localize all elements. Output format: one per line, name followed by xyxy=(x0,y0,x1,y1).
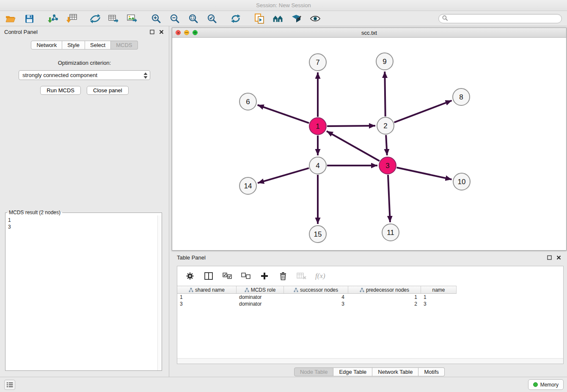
table-tabs: Node Table Edge Table Network Table Moti… xyxy=(172,367,567,376)
zoom-in-icon[interactable] xyxy=(151,13,162,24)
graph-node-label-7: 7 xyxy=(316,58,319,66)
control-panel-header: Control Panel xyxy=(0,26,169,37)
tab-style[interactable]: Style xyxy=(62,41,85,50)
graph-node-label-15: 15 xyxy=(314,230,322,238)
tab-network[interactable]: Network xyxy=(31,41,62,50)
memory-button[interactable]: Memory xyxy=(528,379,564,390)
mcds-result-list[interactable]: 1 3 xyxy=(6,215,157,370)
tab-network-table[interactable]: Network Table xyxy=(372,367,418,376)
clone-network-icon[interactable] xyxy=(254,13,265,24)
graph-node-label-3: 3 xyxy=(385,162,389,170)
export-network-icon[interactable] xyxy=(90,13,101,24)
network-canvas-svg: 1234678910111415 xyxy=(172,38,566,251)
zoom-selected-icon[interactable] xyxy=(206,13,217,24)
select-stepper-icon xyxy=(143,72,148,80)
open-session-icon[interactable] xyxy=(5,13,16,24)
window-titlebar: Session: New Session xyxy=(0,0,567,11)
delete-column-icon[interactable] xyxy=(278,271,288,281)
show-graphics-details-icon[interactable] xyxy=(310,13,321,24)
add-column-icon[interactable] xyxy=(259,271,270,281)
column-header-shared-name[interactable]: shared name xyxy=(177,286,237,293)
graph-edge-2-8[interactable] xyxy=(394,101,452,123)
apply-layout-icon[interactable] xyxy=(230,13,241,24)
window-title: Session: New Session xyxy=(256,2,311,8)
criterion-select[interactable]: strongly connected component xyxy=(19,70,150,80)
zoom-window-button[interactable] xyxy=(193,30,198,35)
graph-edge-1-2[interactable] xyxy=(327,126,375,126)
tab-mcds[interactable]: MCDS xyxy=(111,41,138,50)
import-network-icon[interactable] xyxy=(47,13,58,24)
tab-node-table[interactable]: Node Table xyxy=(294,367,334,376)
graph-node-label-2: 2 xyxy=(383,122,387,130)
graph-node-label-4: 4 xyxy=(316,162,319,170)
graph-node-label-11: 11 xyxy=(387,229,394,237)
close-panel-icon[interactable] xyxy=(158,28,165,35)
column-header-name[interactable]: name xyxy=(421,286,457,293)
zoom-group xyxy=(151,13,217,24)
tab-select[interactable]: Select xyxy=(85,41,111,50)
table-row[interactable]: 1 dominator 4 1 1 xyxy=(177,294,457,301)
mcds-result-box: MCDS result (2 nodes) 1 3 xyxy=(5,210,162,371)
tab-edge-table[interactable]: Edge Table xyxy=(333,367,372,376)
memory-label: Memory xyxy=(540,382,559,388)
column-header-predecessor-nodes[interactable]: predecessor nodes xyxy=(348,286,421,293)
graph-node-label-14: 14 xyxy=(244,182,252,190)
table-panel: Table Panel xyxy=(172,252,567,377)
graph-edge-3-11[interactable] xyxy=(388,175,390,222)
close-table-panel-icon[interactable] xyxy=(555,254,562,261)
graph-edge-2-9[interactable] xyxy=(385,72,385,116)
graph-edge-1-6[interactable] xyxy=(258,105,309,123)
import-group xyxy=(47,13,77,24)
mcds-result-line: 3 xyxy=(8,224,155,230)
network-canvas[interactable]: 1234678910111415 xyxy=(172,38,566,250)
search-input[interactable] xyxy=(450,16,558,22)
graph-node-label-9: 9 xyxy=(383,58,386,66)
table-horizontal-scrollbar[interactable] xyxy=(177,358,563,364)
control-panel-tabs: Network Style Select MCDS xyxy=(0,41,169,50)
tab-motifs[interactable]: Motifs xyxy=(418,367,445,376)
mcds-buttons-row: Run MCDS Close panel xyxy=(0,86,169,95)
import-table-icon[interactable] xyxy=(66,13,77,24)
table-row[interactable]: 3 dominator 3 2 3 xyxy=(177,301,457,307)
table-toolbar: f(x) xyxy=(177,266,563,286)
graph-edge-3-1[interactable] xyxy=(327,131,380,161)
save-session-icon[interactable] xyxy=(24,13,35,24)
minimize-window-button[interactable] xyxy=(184,30,189,35)
result-scrollbar[interactable] xyxy=(157,215,162,370)
split-panel-icon[interactable] xyxy=(204,271,214,281)
column-header-mcds-role[interactable]: MCDS role xyxy=(237,286,284,293)
mcds-result-title: MCDS result (2 nodes) xyxy=(7,210,62,215)
select-all-icon[interactable] xyxy=(222,271,232,281)
run-mcds-button[interactable]: Run MCDS xyxy=(40,86,81,95)
export-table-icon[interactable] xyxy=(108,13,119,24)
close-panel-button[interactable]: Close panel xyxy=(87,86,129,95)
float-panel-button[interactable] xyxy=(149,28,155,35)
column-header-successor-nodes[interactable]: successor nodes xyxy=(284,286,348,293)
deselect-all-icon[interactable] xyxy=(241,271,251,281)
function-builder-icon: f(x) xyxy=(315,272,325,280)
graph-edge-3-10[interactable] xyxy=(397,168,452,179)
network-overview-icon[interactable] xyxy=(272,13,284,24)
close-window-button[interactable] xyxy=(176,30,181,35)
network-view-window: scc.txt 1234678910111415 xyxy=(172,28,567,251)
memory-status-icon xyxy=(533,382,538,387)
graph-node-label-10: 10 xyxy=(458,178,466,186)
apply-style-icon[interactable] xyxy=(291,13,302,24)
session-group xyxy=(5,13,35,24)
export-group xyxy=(90,13,138,24)
graph-edge-2-3[interactable] xyxy=(386,135,387,155)
task-history-icon[interactable] xyxy=(4,380,15,390)
export-image-icon[interactable] xyxy=(127,13,138,24)
float-table-panel-button[interactable] xyxy=(546,254,553,261)
search-field[interactable] xyxy=(438,14,562,23)
optimization-criterion-label: Optimization criterion: xyxy=(0,60,169,66)
table-settings-gear-icon[interactable] xyxy=(185,271,195,281)
control-panel: Control Panel Network Style Select MCDS … xyxy=(0,26,169,377)
zoom-out-icon[interactable] xyxy=(169,13,180,24)
zoom-fit-icon[interactable] xyxy=(188,13,199,24)
graph-node-label-8: 8 xyxy=(459,93,463,101)
network-window-titlebar[interactable]: scc.txt xyxy=(172,28,566,38)
delete-table-icon xyxy=(297,271,307,281)
graph-edge-4-14[interactable] xyxy=(258,168,309,183)
traffic-lights xyxy=(176,30,198,35)
